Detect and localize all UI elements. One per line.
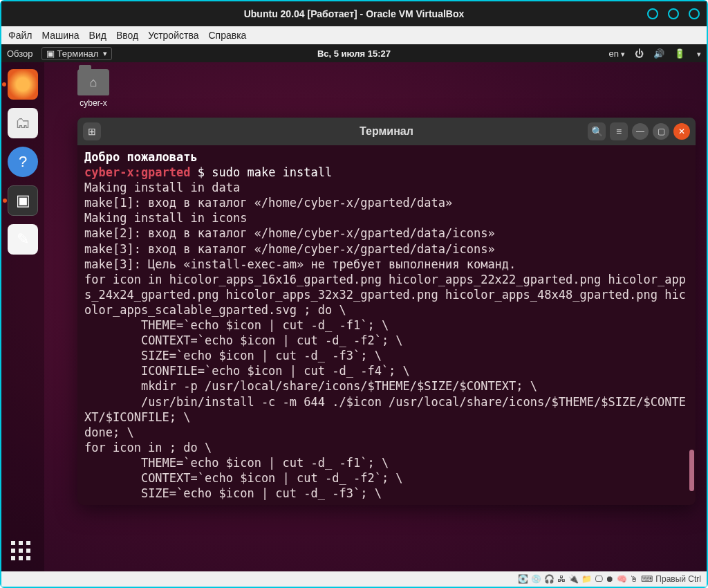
window-maximize-button[interactable]: ▢ xyxy=(653,123,669,140)
battery-icon[interactable]: 🔋 xyxy=(674,48,685,59)
vbox-display-icon[interactable]: 🖵 xyxy=(595,574,603,584)
dock-texteditor-icon[interactable]: ✎ xyxy=(8,224,38,255)
window-minimize-button[interactable]: ― xyxy=(632,123,649,140)
terminal-motd: Добро пожаловать xyxy=(84,150,198,164)
menu-devices[interactable]: Устройства xyxy=(148,30,198,41)
desktop-home-folder[interactable]: cyber-x xyxy=(77,69,109,108)
vbox-cpu-icon[interactable]: 🧠 xyxy=(617,574,627,584)
dock-files-icon[interactable]: 🗂 xyxy=(8,108,38,138)
vbox-keyboard-icon[interactable]: ⌨ xyxy=(641,574,653,584)
menu-input[interactable]: Ввод xyxy=(116,30,138,41)
maximize-icon[interactable] xyxy=(668,8,679,19)
terminal-headerbar[interactable]: ⊞ Терминал 🔍 ≡ ― ▢ ✕ xyxy=(77,118,696,145)
menu-machine[interactable]: Машина xyxy=(41,30,79,41)
vbox-titlebar[interactable]: Ubuntu 20.04 [Работает] - Oracle VM Virt… xyxy=(1,1,707,26)
vbox-optical-icon[interactable]: 💿 xyxy=(531,574,541,584)
dock-terminal-icon[interactable]: ▣ xyxy=(8,185,38,216)
window-close-button[interactable]: ✕ xyxy=(673,123,690,140)
desktop-folder-label: cyber-x xyxy=(77,98,109,108)
folder-home-icon xyxy=(77,69,109,95)
close-icon[interactable] xyxy=(689,8,700,19)
vbox-statusbar: 💽 💿 🎧 🖧 🔌 📁 🖵 ⏺ 🧠 🖱 ⌨ Правый Ctrl xyxy=(1,571,707,587)
menu-view[interactable]: Вид xyxy=(89,30,106,41)
terminal-prompt-user: cyber-x:gparted xyxy=(84,165,191,179)
menu-file[interactable]: Файл xyxy=(8,30,32,41)
terminal-command: sudo make install xyxy=(212,165,332,179)
terminal-output: Making install in data make[1]: вход в к… xyxy=(84,181,686,500)
menu-help[interactable]: Справка xyxy=(208,30,246,41)
vbox-hd-icon[interactable]: 💽 xyxy=(518,574,528,584)
dock-help-icon[interactable]: ? xyxy=(8,147,38,177)
vbox-network-icon[interactable]: 🖧 xyxy=(557,574,566,584)
system-menu-caret-icon[interactable] xyxy=(695,48,701,59)
vbox-mouse-icon[interactable]: 🖱 xyxy=(630,574,638,584)
hamburger-menu-icon[interactable]: ≡ xyxy=(610,122,628,140)
gnome-topbar: Обзор ▣ Терминал Вс, 5 июля 15:27 en ⏻ 🔊… xyxy=(1,44,707,62)
terminal-window: ⊞ Терминал 🔍 ≡ ― ▢ ✕ Добро пожаловать cy… xyxy=(77,118,696,505)
terminal-scrollbar[interactable] xyxy=(689,450,694,491)
ubuntu-dock: 🗂 ? ▣ ✎ xyxy=(1,62,44,571)
language-indicator[interactable]: en xyxy=(609,48,625,59)
vbox-menubar: Файл Машина Вид Ввод Устройства Справка xyxy=(1,26,707,44)
dock-firefox-icon[interactable] xyxy=(8,69,38,100)
vbox-recording-icon[interactable]: ⏺ xyxy=(606,574,614,584)
clock-label[interactable]: Вс, 5 июля 15:27 xyxy=(1,48,707,59)
guest-display[interactable]: Обзор ▣ Терминал Вс, 5 июля 15:27 en ⏻ 🔊… xyxy=(1,44,707,571)
show-applications-button[interactable] xyxy=(11,541,35,564)
terminal-prompt-symbol: $ xyxy=(198,165,205,179)
vbox-audio-icon[interactable]: 🎧 xyxy=(544,574,555,584)
vbox-usb-icon[interactable]: 🔌 xyxy=(568,574,579,584)
volume-icon[interactable]: 🔊 xyxy=(653,48,664,59)
terminal-viewport[interactable]: Добро пожаловать cyber-x:gparted $ sudo … xyxy=(77,145,696,505)
gnome-desktop[interactable]: 🗂 ? ▣ ✎ cyber-x ⊞ Терминал xyxy=(1,62,707,571)
vbox-host-key-label[interactable]: Правый Ctrl xyxy=(655,574,701,584)
search-icon[interactable]: 🔍 xyxy=(588,122,606,140)
minimize-icon[interactable] xyxy=(647,8,658,19)
vbox-shared-folders-icon[interactable]: 📁 xyxy=(581,574,592,584)
vbox-window-controls xyxy=(647,8,700,19)
network-icon[interactable]: ⏻ xyxy=(635,48,644,59)
vbox-window-title: Ubuntu 20.04 [Работает] - Oracle VM Virt… xyxy=(1,8,707,19)
virtualbox-window: Ubuntu 20.04 [Работает] - Oracle VM Virt… xyxy=(0,0,708,588)
